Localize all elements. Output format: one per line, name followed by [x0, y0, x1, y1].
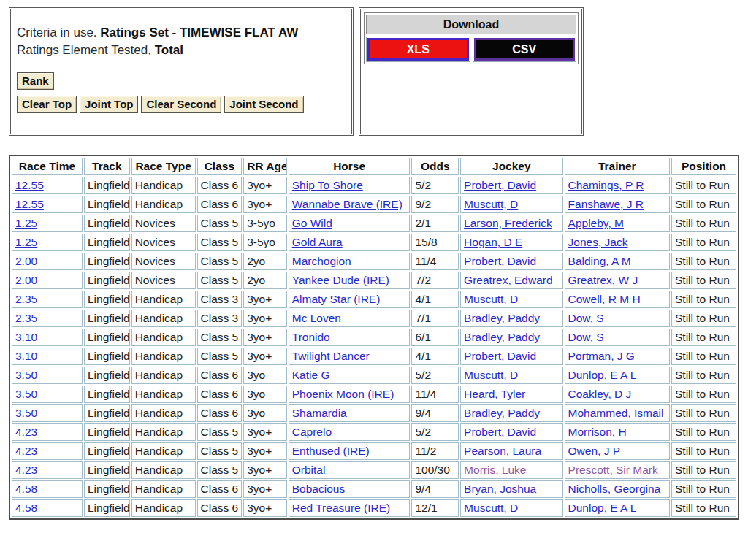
race-time-link[interactable]: 12.55 [15, 179, 44, 191]
xls-download-button[interactable]: XLS [367, 38, 469, 61]
horse-link[interactable]: Bobacious [292, 483, 345, 495]
clear-second-button[interactable]: Clear Second [141, 96, 221, 113]
trainer-link[interactable]: Greatrex, W J [568, 274, 638, 286]
joint-second-button[interactable]: Joint Second [224, 96, 303, 113]
jockey-link[interactable]: Heard, Tyler [464, 388, 525, 400]
jockey-cell: Probert, David [460, 177, 562, 194]
jockey-link[interactable]: Muscutt, D [464, 198, 518, 210]
jockey-link[interactable]: Probert, David [464, 255, 536, 267]
horse-link[interactable]: Red Treasure (IRE) [292, 502, 390, 514]
race-time-link[interactable]: 4.58 [15, 483, 37, 495]
trainer-link[interactable]: Coakley, D J [568, 388, 632, 400]
race-time-link[interactable]: 4.58 [15, 502, 37, 514]
race-time-link[interactable]: 12.55 [15, 198, 44, 210]
rr-age-cell: 3yo+ [243, 461, 287, 479]
trainer-link[interactable]: Dunlop, E A L [568, 369, 637, 381]
horse-link[interactable]: Tronido [292, 331, 330, 343]
race-type-cell: Handicap [131, 423, 196, 441]
race-time-cell: 2.35 [12, 291, 83, 308]
rr-age-cell: 3yo+ [243, 480, 287, 498]
trainer-link[interactable]: Morrison, H [568, 426, 627, 438]
class-cell: Class 5 [197, 329, 243, 346]
trainer-link[interactable]: Balding, A M [568, 255, 631, 267]
race-time-cell: 1.25 [12, 215, 83, 232]
horse-cell: Go Wild [289, 215, 411, 232]
horse-link[interactable]: Shamardia [292, 407, 347, 419]
position-cell: Still to Run [671, 423, 736, 441]
race-time-link[interactable]: 2.35 [15, 293, 37, 305]
race-time-cell: 3.50 [12, 367, 83, 384]
horse-link[interactable]: Twilight Dancer [292, 350, 370, 362]
jockey-link[interactable]: Morris, Luke [464, 464, 526, 476]
csv-download-button[interactable]: CSV [474, 38, 576, 61]
trainer-link[interactable]: Cowell, R M H [568, 293, 641, 305]
race-time-link[interactable]: 1.25 [15, 217, 37, 229]
column-header-jockey: Jockey [460, 158, 562, 175]
race-time-link[interactable]: 4.23 [15, 464, 37, 476]
jockey-cell: Greatrex, Edward [460, 272, 562, 289]
trainer-link[interactable]: Mohammed, Ismail [568, 407, 664, 419]
jockey-link[interactable]: Muscutt, D [464, 502, 518, 514]
race-time-link[interactable]: 3.50 [15, 407, 37, 419]
column-header-position: Position [671, 158, 736, 175]
horse-link[interactable]: Enthused (IRE) [292, 445, 370, 457]
track-cell: Lingfield [84, 272, 130, 289]
jockey-link[interactable]: Probert, David [464, 350, 536, 362]
trainer-link[interactable]: Dow, S [568, 312, 604, 324]
csv-cell: CSV [473, 37, 577, 62]
horse-link[interactable]: Caprelo [292, 426, 332, 438]
race-time-link[interactable]: 2.00 [15, 255, 37, 267]
race-time-link[interactable]: 2.35 [15, 312, 37, 324]
horse-link[interactable]: Katie G [292, 369, 330, 381]
jockey-link[interactable]: Bryan, Joshua [464, 483, 536, 495]
trainer-link[interactable]: Appleby, M [568, 217, 624, 229]
race-time-link[interactable]: 3.50 [15, 369, 37, 381]
table-row: 3.10LingfieldHandicapClass 53yo+Twilight… [12, 348, 736, 365]
trainer-link[interactable]: Jones, Jack [568, 236, 628, 248]
jockey-link[interactable]: Bradley, Paddy [464, 312, 540, 324]
race-time-link[interactable]: 3.50 [15, 388, 37, 400]
trainer-link[interactable]: Chamings, P R [568, 179, 644, 191]
jockey-link[interactable]: Probert, David [464, 426, 536, 438]
race-time-link[interactable]: 4.23 [15, 426, 37, 438]
jockey-link[interactable]: Bradley, Paddy [464, 331, 540, 343]
trainer-link[interactable]: Nicholls, Georgina [568, 483, 661, 495]
race-time-link[interactable]: 2.00 [15, 274, 37, 286]
horse-link[interactable]: Yankee Dude (IRE) [292, 274, 389, 286]
jockey-link[interactable]: Muscutt, D [464, 293, 518, 305]
criteria-line2-prefix: Ratings Element Tested, [17, 43, 155, 57]
race-time-link[interactable]: 1.25 [15, 236, 37, 248]
jockey-link[interactable]: Bradley, Paddy [464, 407, 540, 419]
trainer-link[interactable]: Fanshawe, J R [568, 198, 644, 210]
horse-link[interactable]: Go Wild [292, 217, 332, 229]
horse-link[interactable]: Almaty Star (IRE) [292, 293, 381, 305]
trainer-link[interactable]: Prescott, Sir Mark [568, 464, 658, 476]
jockey-link[interactable]: Pearson, Laura [464, 445, 541, 457]
race-time-link[interactable]: 4.23 [15, 445, 37, 457]
trainer-link[interactable]: Dunlop, E A L [568, 502, 637, 514]
horse-link[interactable]: Gold Aura [292, 236, 343, 248]
trainer-link[interactable]: Portman, J G [568, 350, 635, 362]
column-header-trainer: Trainer [565, 158, 670, 175]
trainer-cell: Prescott, Sir Mark [565, 461, 670, 479]
trainer-link[interactable]: Dow, S [568, 331, 604, 343]
jockey-link[interactable]: Larson, Frederick [464, 217, 552, 229]
horse-link[interactable]: Ship To Shore [292, 179, 363, 191]
race-time-link[interactable]: 3.10 [15, 331, 37, 343]
jockey-link[interactable]: Hogan, D E [464, 236, 522, 248]
horse-link[interactable]: Marchogion [292, 255, 351, 267]
horse-link[interactable]: Mc Loven [292, 312, 341, 324]
rank-button[interactable]: Rank [17, 72, 54, 90]
horse-link[interactable]: Phoenix Moon (IRE) [292, 388, 394, 400]
race-time-cell: 4.58 [12, 480, 83, 498]
jockey-link[interactable]: Probert, David [464, 179, 536, 191]
race-time-cell: 12.55 [12, 177, 83, 194]
jockey-link[interactable]: Greatrex, Edward [464, 274, 552, 286]
joint-top-button[interactable]: Joint Top [80, 96, 138, 113]
trainer-link[interactable]: Owen, J P [568, 445, 621, 457]
horse-link[interactable]: Wannabe Brave (IRE) [292, 198, 402, 210]
horse-link[interactable]: Orbital [292, 464, 326, 476]
jockey-link[interactable]: Muscutt, D [464, 369, 518, 381]
race-time-link[interactable]: 3.10 [15, 350, 37, 362]
clear-top-button[interactable]: Clear Top [17, 96, 77, 113]
